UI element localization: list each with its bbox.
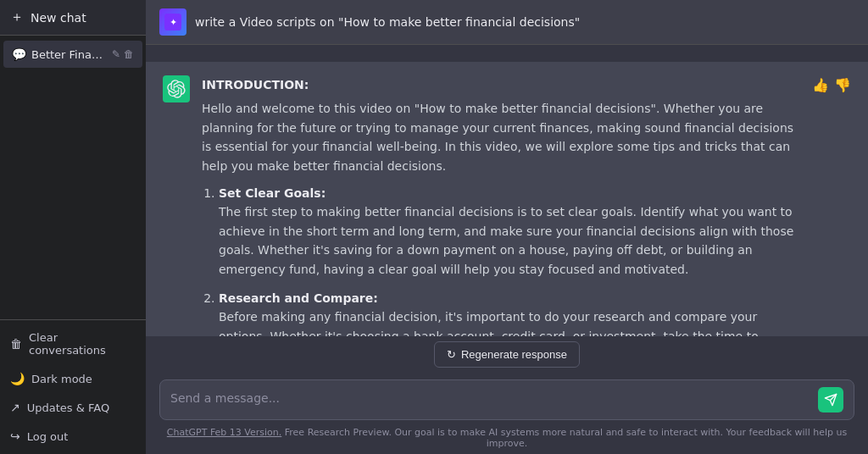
regenerate-button[interactable]: ↻ Regenerate response — [434, 341, 580, 368]
list-item: Research and Compare: Before making any … — [219, 289, 800, 336]
conversation-actions: ✎ 🗑 — [112, 48, 134, 60]
clear-conversations-label: Clear conversations — [29, 331, 136, 357]
footer-note: ChatGPT Feb 13 Version. Free Research Pr… — [146, 424, 868, 454]
top-prompt-text: write a Video scripts on "How to make be… — [195, 15, 580, 29]
chat-content: INTRODUCTION: Hello and welcome to this … — [146, 45, 868, 336]
assistant-message-content: INTRODUCTION: Hello and welcome to this … — [202, 75, 800, 336]
list-item: Set Clear Goals: The first step to makin… — [219, 184, 800, 279]
input-box — [159, 379, 854, 420]
dark-mode-label: Dark mode — [31, 373, 92, 385]
message-actions: 👍 👎 — [812, 75, 851, 93]
assistant-message: INTRODUCTION: Hello and welcome to this … — [146, 62, 868, 336]
moon-icon: 🌙 — [10, 372, 25, 385]
regenerate-label: Regenerate response — [461, 348, 567, 361]
chat-input[interactable] — [170, 390, 811, 410]
point-2-title: Research and Compare: — [219, 291, 378, 305]
input-area — [146, 373, 868, 424]
plus-icon: ＋ — [10, 8, 24, 26]
dark-mode-button[interactable]: 🌙 Dark mode — [0, 364, 146, 393]
thumbs-up-icon[interactable]: 👍 — [812, 77, 829, 93]
chat-icon: 💬 — [12, 47, 26, 61]
points-list: Set Clear Goals: The first step to makin… — [202, 184, 800, 336]
logout-button[interactable]: ↪ Log out — [0, 422, 146, 451]
footer-text: Free Research Preview. Our goal is to ma… — [285, 427, 847, 449]
regenerate-bar: ↻ Regenerate response — [146, 336, 868, 373]
point-1-title: Set Clear Goals: — [219, 186, 326, 200]
conversation-item[interactable]: 💬 Better Financial Decisi ✎ 🗑 — [3, 41, 142, 68]
sidebar: ＋ New chat 💬 Better Financial Decisi ✎ 🗑… — [0, 0, 146, 454]
main-content: ✦ write a Video scripts on "How to make … — [146, 0, 868, 454]
edit-icon[interactable]: ✎ — [112, 48, 120, 60]
new-chat-button[interactable]: ＋ New chat — [0, 0, 146, 36]
user-avatar: ✦ — [159, 8, 186, 36]
logout-label: Log out — [27, 430, 69, 443]
svg-text:✦: ✦ — [170, 17, 177, 27]
point-2-body: Before making any financial decision, it… — [219, 310, 759, 336]
delete-icon[interactable]: 🗑 — [124, 48, 134, 60]
external-link-icon: ↗ — [10, 401, 20, 414]
sidebar-footer: 🗑 Clear conversations 🌙 Dark mode ↗ Upda… — [0, 319, 146, 454]
footer-link[interactable]: ChatGPT Feb 13 Version. — [167, 427, 282, 438]
gpt-avatar — [163, 75, 190, 102]
top-prompt-bar: ✦ write a Video scripts on "How to make … — [146, 0, 868, 45]
regenerate-icon: ↻ — [447, 348, 456, 361]
send-button[interactable] — [818, 387, 843, 412]
point-1-body: The first step to making better financia… — [219, 205, 793, 275]
intro-label: INTRODUCTION: — [202, 75, 800, 94]
logout-icon: ↪ — [10, 429, 20, 443]
updates-faq-label: Updates & FAQ — [27, 401, 109, 414]
intro-text: Hello and welcome to this video on "How … — [202, 99, 800, 175]
conversation-title: Better Financial Decisi — [31, 48, 107, 61]
thumbs-down-icon[interactable]: 👎 — [834, 77, 851, 93]
new-chat-label: New chat — [31, 11, 86, 25]
updates-faq-button[interactable]: ↗ Updates & FAQ — [0, 393, 146, 422]
conversations-list: 💬 Better Financial Decisi ✎ 🗑 — [0, 36, 146, 319]
clear-conversations-button[interactable]: 🗑 Clear conversations — [0, 324, 146, 364]
trash-icon: 🗑 — [10, 337, 22, 351]
